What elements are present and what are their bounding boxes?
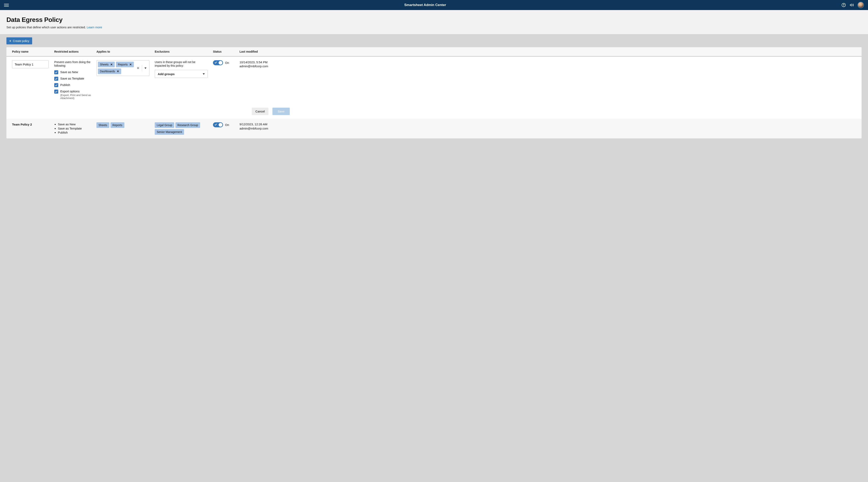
- applies-to-multiselect[interactable]: Sheets ✕ Reports ✕ Dashboards ✕: [96, 60, 150, 76]
- applies-to-chips: Sheets Reports: [96, 122, 145, 128]
- page-title: Data Egress Policy: [6, 16, 862, 24]
- chip-legal-group: Legal Group: [155, 122, 174, 128]
- modified-date: 10/14/2023, 5:54 PM: [240, 60, 290, 64]
- status-toggle[interactable]: [213, 60, 223, 65]
- checkbox-publish[interactable]: [54, 83, 58, 87]
- th-last-modified: Last modified: [240, 50, 290, 53]
- chip-reports-remove-icon[interactable]: ✕: [129, 63, 132, 66]
- checkbox-save-as-template[interactable]: [54, 77, 58, 81]
- add-groups-label: Add groups: [158, 72, 175, 76]
- app-title: Smartsheet Admin Center: [404, 3, 446, 7]
- label-publish: Publish: [60, 83, 70, 87]
- table-header-row: Policy name Restricted actions Applies t…: [6, 47, 862, 56]
- exclusions-intro: Users in these groups will not be impact…: [155, 60, 201, 67]
- dropdown-caret-icon[interactable]: [145, 67, 147, 69]
- chip-reports-label: Reports: [118, 63, 128, 66]
- chip-sheets: Sheets ✕: [98, 62, 115, 67]
- chip-reports: Reports ✕: [116, 62, 134, 67]
- modified-user: admin@mbfcorp.com: [240, 127, 290, 131]
- th-restricted-actions: Restricted actions: [54, 50, 96, 53]
- chip-sheets-remove-icon[interactable]: ✕: [110, 63, 113, 66]
- toggle-check-icon: [214, 61, 217, 64]
- th-applies-to: Applies to: [96, 50, 155, 53]
- status-toggle[interactable]: [213, 122, 223, 127]
- chip-reports: Reports: [111, 122, 124, 128]
- th-exclusions: Exclusions: [155, 50, 213, 53]
- svg-point-1: [843, 6, 844, 6]
- exclusion-chips: Legal Group Research Group Senior Manage…: [155, 122, 203, 135]
- chip-sheets: Sheets: [96, 122, 109, 128]
- label-export-options-sub: (Export, Print and Send as Attachment): [60, 94, 96, 100]
- add-groups-caret-icon: [203, 73, 205, 75]
- clear-all-icon[interactable]: ✕: [136, 66, 140, 70]
- label-save-as-new: Save as New: [60, 70, 78, 74]
- list-item: Save as Template: [58, 127, 96, 131]
- chip-research-group: Research Group: [176, 122, 200, 128]
- list-item: Save as New: [58, 122, 96, 126]
- modified-user: admin@mbfcorp.com: [240, 64, 290, 68]
- policy-name: Team Policy 2: [12, 122, 54, 135]
- label-export-options: Export options: [60, 90, 96, 93]
- status-label: On: [225, 61, 229, 64]
- menu-icon[interactable]: [4, 3, 9, 7]
- modified-date: 9/12/2023, 12:26 AM: [240, 122, 290, 126]
- learn-more-link[interactable]: Learn more: [87, 26, 102, 29]
- checkbox-save-as-new[interactable]: [54, 70, 58, 74]
- toggle-check-icon: [214, 123, 217, 127]
- policy-name-input[interactable]: [12, 60, 49, 68]
- page-subtitle-text: Set up policies that define which user a…: [6, 26, 87, 29]
- restricted-list: Save as New Save as Template Publish: [54, 122, 96, 134]
- chip-sheets-label: Sheets: [100, 63, 109, 66]
- chip-senior-management: Senior Management: [155, 129, 184, 135]
- th-policy-name: Policy name: [12, 50, 54, 53]
- save-button[interactable]: Save: [273, 108, 290, 115]
- page-subtitle: Set up policies that define which user a…: [6, 26, 862, 29]
- help-icon[interactable]: [841, 3, 846, 7]
- divider: [142, 65, 142, 71]
- plus-icon: +: [9, 39, 11, 42]
- content-area: + Create policy Policy name Restricted a…: [0, 34, 868, 147]
- status-label: On: [225, 123, 229, 127]
- label-save-as-template: Save as Template: [60, 77, 84, 80]
- chip-dashboards-label: Dashboards: [100, 70, 115, 73]
- policy-row-editing: Prevent users from doing the following: …: [6, 56, 862, 119]
- chip-dashboards: Dashboards ✕: [98, 68, 121, 74]
- add-groups-dropdown[interactable]: Add groups: [155, 70, 208, 78]
- list-item: Publish: [58, 131, 96, 134]
- cancel-button[interactable]: Cancel: [252, 108, 269, 115]
- restricted-intro: Prevent users from doing the following:: [54, 60, 90, 67]
- page-header: Data Egress Policy Set up policies that …: [0, 10, 868, 34]
- policy-row[interactable]: Team Policy 2 Save as New Save as Templa…: [6, 119, 862, 138]
- create-policy-label: Create policy: [13, 39, 29, 42]
- avatar[interactable]: [858, 2, 864, 8]
- top-bar: Smartsheet Admin Center: [0, 0, 868, 10]
- create-policy-button[interactable]: + Create policy: [6, 37, 32, 44]
- policy-table: Policy name Restricted actions Applies t…: [6, 47, 862, 138]
- announcement-icon[interactable]: [849, 3, 854, 7]
- chip-dashboards-remove-icon[interactable]: ✕: [117, 70, 119, 73]
- th-status: Status: [213, 50, 240, 53]
- checkbox-export-options[interactable]: [54, 90, 58, 94]
